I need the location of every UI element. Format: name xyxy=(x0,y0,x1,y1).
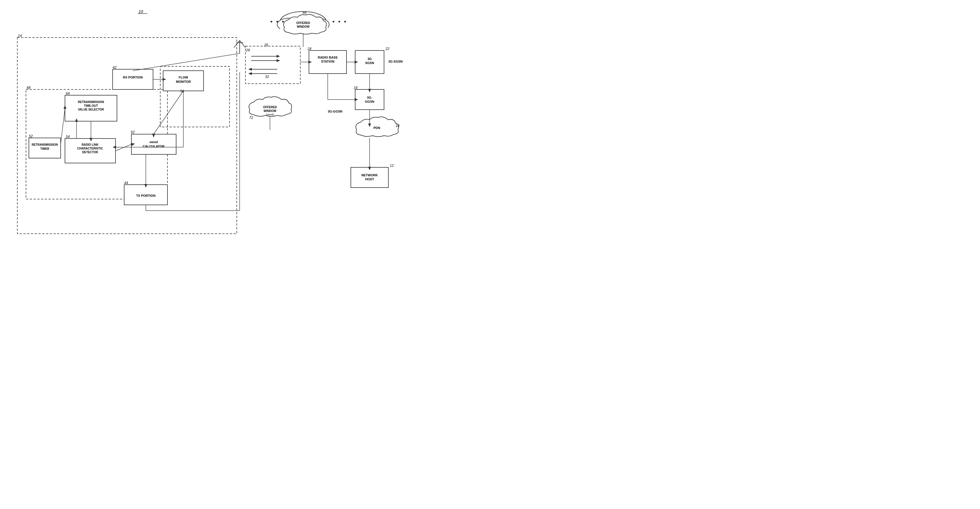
3g-ggsn-ext-label: 3G-GGSN xyxy=(328,109,342,113)
svg-text:ownd: ownd xyxy=(150,140,158,144)
svg-text:RETRANSMISSION: RETRANSMISSION xyxy=(78,100,104,104)
label-42: 42 xyxy=(113,65,117,70)
svg-text:3G: 3G xyxy=(368,57,372,60)
svg-text:GGSN: GGSN xyxy=(365,100,374,103)
svg-point-78 xyxy=(270,21,272,22)
label-54: 54 xyxy=(66,135,70,139)
svg-text:RADIO LINK: RADIO LINK xyxy=(82,143,99,146)
svg-text:TX PORTION: TX PORTION xyxy=(136,194,155,197)
svg-text:OFFERED: OFFERED xyxy=(296,21,310,25)
flow-monitor-label: FLOW xyxy=(179,76,188,79)
svg-point-81 xyxy=(332,21,334,22)
label-72: 72 xyxy=(249,116,253,120)
label-56: 56 xyxy=(180,89,184,93)
svg-text:DETECTOR: DETECTOR xyxy=(82,151,99,154)
label-14: 14 xyxy=(18,34,22,38)
svg-text:(ownd): (ownd) xyxy=(266,113,274,116)
label-62: 62 xyxy=(131,130,135,134)
svg-text:WINDOW: WINDOW xyxy=(264,109,276,113)
svg-text:STATION: STATION xyxy=(321,60,335,63)
label-52: 52 xyxy=(29,134,33,138)
3g-ggsn-box xyxy=(355,89,384,109)
diagram-number: 10 xyxy=(138,9,143,14)
svg-text:CHARACTERISTIC: CHARACTERISTIC xyxy=(77,147,103,150)
svg-text:TIME-OUT: TIME-OUT xyxy=(84,104,98,107)
patent-diagram: RX PORTION FLOW MONITOR RETRANSMISSION T… xyxy=(0,0,490,255)
svg-marker-39 xyxy=(277,59,280,62)
svg-text:OFFERED: OFFERED xyxy=(263,106,277,109)
svg-point-82 xyxy=(339,21,340,22)
label-24: 24 xyxy=(307,47,312,51)
svg-text:RETRANSMISSION: RETRANSMISSION xyxy=(32,143,58,146)
svg-text:TIMER: TIMER xyxy=(40,147,49,150)
label-66: 66 xyxy=(302,11,307,15)
svg-text:RADIO BASE: RADIO BASE xyxy=(318,56,337,59)
svg-point-83 xyxy=(344,21,346,22)
svg-text:NETWORK: NETWORK xyxy=(361,173,378,177)
label-48: 48 xyxy=(27,86,30,90)
diagram-svg: RX PORTION FLOW MONITOR RETRANSMISSION T… xyxy=(0,0,490,255)
svg-point-80 xyxy=(282,21,284,22)
svg-text:CALCULATOR: CALCULATOR xyxy=(143,144,164,148)
svg-text:MONITOR: MONITOR xyxy=(176,80,191,83)
svg-line-50 xyxy=(154,91,183,134)
svg-text:WINDOW: WINDOW xyxy=(297,25,310,28)
label-26: 26 xyxy=(264,43,268,47)
svg-text:3G-: 3G- xyxy=(367,96,372,99)
label-64: 64 xyxy=(66,92,70,95)
svg-marker-37 xyxy=(277,55,280,58)
label-18: 18 xyxy=(396,124,399,128)
svg-line-52 xyxy=(116,144,131,151)
rx-portion-box xyxy=(113,69,153,89)
label-32: 32 xyxy=(265,75,269,79)
label-28: 28 xyxy=(246,48,250,52)
svg-point-79 xyxy=(276,21,278,22)
label-44: 44 xyxy=(124,181,128,185)
svg-marker-43 xyxy=(248,72,252,75)
antenna-area-box xyxy=(245,46,300,84)
svg-text:VALUE SELECTOR: VALUE SELECTOR xyxy=(78,108,104,111)
svg-line-34 xyxy=(240,40,245,48)
3g-sgsn-ext-label: 3G-SGSN xyxy=(388,60,403,63)
svg-line-44 xyxy=(133,53,240,71)
rx-portion-label: RX PORTION xyxy=(123,76,143,79)
label-16: 16 xyxy=(354,86,358,90)
label-22: 22 xyxy=(385,47,390,51)
svg-text:SGSN: SGSN xyxy=(365,61,374,65)
svg-text:HOST: HOST xyxy=(365,178,374,181)
svg-text:PDN: PDN xyxy=(373,126,380,130)
label-12: 12 xyxy=(390,163,394,168)
svg-marker-41 xyxy=(248,68,252,71)
svg-line-58 xyxy=(60,108,65,144)
